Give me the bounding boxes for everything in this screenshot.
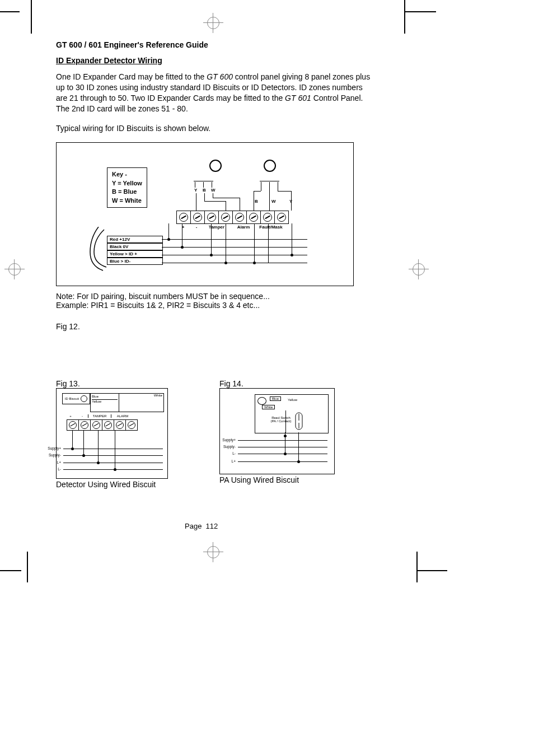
wire — [285, 410, 286, 433]
screw-icon — [128, 421, 135, 429]
label-plus: + — [176, 225, 190, 230]
page-label: Page — [185, 522, 202, 530]
note-line-1: Note: For ID pairing, biscuit numbers MU… — [56, 292, 372, 301]
register-mark-icon — [413, 263, 425, 276]
cropmark — [404, 0, 405, 34]
biscuit-icon — [257, 397, 266, 405]
wire-yellow: Yellow > ID + — [107, 250, 163, 258]
register-mark-icon — [8, 263, 21, 276]
cropmark — [31, 0, 32, 34]
cropmark — [27, 552, 28, 582]
cropmark — [405, 11, 436, 12]
figure-13-column: Fig 13. ID Biscuit Blue Yellow White + - — [56, 378, 168, 489]
wire — [63, 469, 163, 470]
wire — [261, 182, 261, 188]
wire — [213, 198, 240, 198]
label-minus: - — [190, 225, 203, 230]
junction-icon — [97, 461, 100, 464]
wire-label-y: Y — [194, 188, 197, 193]
wire — [260, 181, 279, 181]
screw-icon — [249, 213, 258, 222]
terminal-strip — [67, 419, 138, 431]
screw-icon — [179, 213, 188, 222]
terminal-icon — [219, 211, 233, 223]
wire — [254, 223, 255, 263]
section-heading: ID Expander Detector Wiring — [56, 56, 372, 65]
figure-13-caption: Detector Using Wired Biscuit — [56, 480, 168, 489]
terminal-icon — [79, 420, 91, 430]
wire-black: Black 0V — [107, 243, 163, 250]
wire — [204, 193, 205, 201]
l-minus: L- — [220, 451, 236, 455]
id-biscuit-label: ID Biscuit — [65, 397, 79, 400]
wire — [291, 191, 292, 211]
terminal-icon — [91, 420, 102, 430]
wire-label-b: B — [203, 188, 206, 193]
l-plus: L+ — [44, 460, 61, 464]
wire — [162, 263, 307, 263]
wire — [292, 223, 292, 255]
legend-title: Key - — [112, 170, 142, 179]
wire — [162, 247, 307, 248]
document-title: GT 600 / 601 Engineer's Reference Guide — [56, 40, 372, 49]
wire — [63, 455, 163, 456]
wire — [238, 454, 327, 454]
wire-blue: Blue > ID- — [107, 258, 163, 265]
wire — [196, 193, 196, 211]
terminal-icon — [261, 211, 275, 223]
register-mark-icon — [207, 546, 219, 558]
wire — [63, 463, 163, 463]
figure-row: Fig 13. ID Biscuit Blue Yellow White + - — [56, 378, 372, 489]
wire — [238, 440, 327, 441]
wire — [298, 432, 299, 462]
terminal-labels: + - TAMPER ALARM — [64, 414, 134, 418]
biscuit-icon — [81, 395, 87, 402]
wire — [213, 193, 213, 198]
legend-b: B = Blue — [112, 188, 142, 196]
pa-box: Blue Yellow White Reed Switch (PA / Cont… — [255, 394, 329, 433]
wire-label-w: W — [271, 199, 276, 204]
label-fault: Fault/Mask — [257, 225, 285, 230]
page-number: Page 112 — [185, 522, 218, 530]
cropmark — [416, 552, 418, 582]
text: One ID Expander Card may be fitted to th… — [56, 72, 207, 81]
register-mark-icon — [207, 17, 219, 29]
wire — [63, 449, 163, 449]
figure-13-diagram: ID Biscuit Blue Yellow White + - TAMPER … — [56, 388, 168, 479]
screw-icon — [116, 421, 124, 429]
wire — [238, 447, 327, 447]
lbl-plus: + — [64, 414, 77, 418]
wire — [203, 182, 204, 188]
biscuit-icon — [264, 160, 276, 172]
blue-label: Blue — [92, 395, 118, 399]
wire — [72, 430, 73, 449]
lbl-alarm: ALARM — [111, 414, 134, 418]
model-name: GT 601 — [285, 94, 311, 102]
wire — [254, 191, 254, 211]
biscuit-icon — [209, 160, 222, 172]
blue-label: Blue — [270, 396, 281, 401]
figure-13-label: Fig 13. — [56, 379, 168, 388]
wire-label-b: B — [255, 199, 258, 204]
wire — [226, 223, 226, 263]
figure-14-caption: PA Using Wired Biscuit — [219, 475, 335, 484]
terminal-icon — [126, 420, 137, 430]
screw-icon — [193, 213, 202, 222]
wire-label-w: W — [211, 188, 216, 193]
supply-p: Supply+ — [220, 438, 236, 442]
wire — [238, 461, 327, 462]
wire-red: Red +12V — [107, 236, 163, 243]
screw-icon — [92, 421, 100, 429]
wire — [269, 182, 270, 188]
wire — [261, 188, 261, 191]
figure-14-label: Fig 14. — [219, 379, 335, 388]
screw-icon — [104, 421, 112, 429]
terminal-icon — [177, 211, 191, 223]
junction-icon — [114, 468, 116, 471]
wire — [240, 198, 240, 211]
screw-icon — [221, 213, 230, 222]
terminal-icon — [191, 211, 205, 223]
white-label: White — [262, 405, 275, 409]
wire — [98, 430, 99, 463]
junction-icon — [82, 454, 85, 457]
